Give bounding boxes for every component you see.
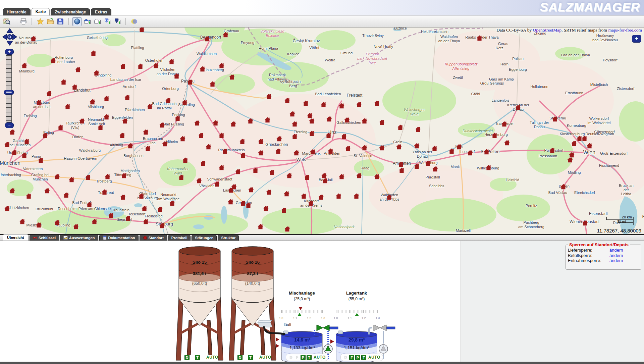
- depot-marker[interactable]: [9, 129, 15, 135]
- depot-marker[interactable]: [228, 187, 234, 193]
- depot-marker[interactable]: [549, 147, 555, 154]
- depot-marker[interactable]: [147, 103, 153, 110]
- depot-marker[interactable]: [552, 116, 558, 122]
- depot-marker[interactable]: [54, 219, 60, 226]
- depot-marker[interactable]: [398, 161, 404, 167]
- depot-marker[interactable]: [344, 117, 350, 123]
- depot-marker[interactable]: [230, 121, 236, 127]
- depot-marker[interactable]: [68, 176, 75, 183]
- depot-marker[interactable]: [467, 150, 473, 156]
- depot-marker[interactable]: [515, 104, 521, 111]
- depot-marker[interactable]: [284, 226, 290, 232]
- depot-marker[interactable]: [414, 163, 420, 169]
- depot-marker[interactable]: [327, 148, 334, 154]
- detail-tab-störungen[interactable]: Störungen: [192, 235, 217, 241]
- depot-marker[interactable]: [79, 118, 85, 124]
- depot-marker[interactable]: [30, 36, 37, 42]
- toolbar-globe-button[interactable]: [72, 17, 82, 26]
- depot-marker[interactable]: [229, 74, 235, 80]
- depot-marker[interactable]: [483, 149, 490, 155]
- zoom-slider-handle[interactable]: [4, 90, 14, 95]
- depot-marker[interactable]: [586, 143, 593, 149]
- depot-marker[interactable]: [247, 118, 254, 124]
- depot-marker[interactable]: [379, 119, 385, 125]
- depot-marker[interactable]: [303, 100, 309, 106]
- main-tab-hierarchie[interactable]: Hierarchie: [3, 8, 31, 15]
- depot-marker[interactable]: [119, 132, 125, 139]
- depot-marker[interactable]: [338, 173, 345, 180]
- main-tab-extras[interactable]: Extras: [91, 8, 111, 15]
- depot-marker[interactable]: [258, 150, 264, 156]
- toolbar-house-marker-button[interactable]: [83, 17, 92, 26]
- depot-marker[interactable]: [284, 97, 290, 104]
- depot-marker[interactable]: [127, 143, 133, 149]
- toolbar-folder-open-button[interactable]: [46, 17, 55, 26]
- depot-marker[interactable]: [50, 57, 56, 64]
- depot-marker[interactable]: [374, 173, 380, 180]
- depot-marker[interactable]: [85, 174, 91, 180]
- depot-marker[interactable]: [318, 194, 324, 200]
- depot-marker[interactable]: [415, 126, 421, 133]
- depot-marker[interactable]: [90, 50, 97, 56]
- depot-marker[interactable]: [46, 90, 52, 97]
- depot-marker[interactable]: [38, 157, 44, 163]
- depot-marker[interactable]: [361, 145, 368, 151]
- detail-tab-schlüssel[interactable]: Schlüssel: [30, 235, 59, 241]
- depot-marker[interactable]: [36, 222, 42, 228]
- depot-marker[interactable]: [286, 172, 292, 179]
- depot-marker[interactable]: [301, 193, 307, 199]
- depot-marker[interactable]: [173, 73, 180, 79]
- toolbar-pin-marker-button[interactable]: [103, 17, 112, 26]
- depot-marker[interactable]: [200, 160, 206, 166]
- sperren-change-link[interactable]: ändern: [609, 258, 623, 263]
- depot-marker[interactable]: [571, 140, 577, 147]
- main-tab-karte[interactable]: Karte: [32, 8, 50, 15]
- toolbar-save-button[interactable]: [56, 17, 65, 26]
- depot-marker[interactable]: [304, 174, 310, 180]
- depot-marker[interactable]: [11, 149, 17, 156]
- depot-marker[interactable]: [356, 172, 362, 179]
- depot-marker[interactable]: [448, 148, 455, 154]
- depot-marker[interactable]: [165, 97, 171, 104]
- depot-marker[interactable]: [309, 130, 315, 137]
- depot-marker[interactable]: [108, 212, 114, 219]
- depot-marker[interactable]: [264, 117, 271, 123]
- depot-marker[interactable]: [120, 194, 126, 200]
- depot-marker[interactable]: [36, 99, 42, 106]
- zoom-slider-track[interactable]: [6, 55, 12, 122]
- depot-marker[interactable]: [263, 205, 269, 212]
- depot-marker[interactable]: [567, 157, 573, 163]
- depot-marker[interactable]: [25, 193, 32, 199]
- depot-marker[interactable]: [269, 169, 275, 175]
- depot-marker[interactable]: [293, 150, 300, 156]
- depot-marker[interactable]: [491, 132, 498, 139]
- depot-marker[interactable]: [345, 145, 351, 152]
- depot-marker[interactable]: [104, 173, 111, 180]
- depot-marker[interactable]: [398, 167, 405, 173]
- detail-tab-struktur[interactable]: Struktur: [218, 235, 239, 241]
- depot-marker[interactable]: [86, 201, 93, 208]
- depot-marker[interactable]: [19, 218, 25, 225]
- sperren-change-link[interactable]: ändern: [609, 253, 623, 258]
- depot-marker[interactable]: [218, 164, 225, 171]
- depot-marker[interactable]: [187, 79, 193, 85]
- depot-marker[interactable]: [182, 157, 189, 163]
- depot-marker[interactable]: [125, 215, 131, 221]
- depot-marker[interactable]: [212, 120, 219, 126]
- detail-tab-dokumentation[interactable]: Dokumentation: [99, 235, 139, 241]
- depot-marker[interactable]: [194, 120, 200, 126]
- depot-marker[interactable]: [291, 121, 298, 127]
- depot-marker[interactable]: [4, 141, 10, 148]
- depot-marker[interactable]: [198, 132, 204, 139]
- detail-tab-übersicht[interactable]: Übersicht: [3, 234, 29, 241]
- depot-marker[interactable]: [257, 223, 264, 230]
- depot-marker[interactable]: [124, 94, 130, 101]
- depot-marker[interactable]: [138, 193, 145, 199]
- depot-marker[interactable]: [97, 124, 104, 131]
- depot-marker[interactable]: [432, 166, 438, 172]
- detail-tab-auswertungen[interactable]: Auswertungen: [60, 235, 98, 241]
- depot-marker[interactable]: [320, 101, 327, 108]
- depot-marker[interactable]: [179, 136, 186, 142]
- depot-marker[interactable]: [4, 205, 10, 212]
- depot-marker[interactable]: [276, 136, 282, 142]
